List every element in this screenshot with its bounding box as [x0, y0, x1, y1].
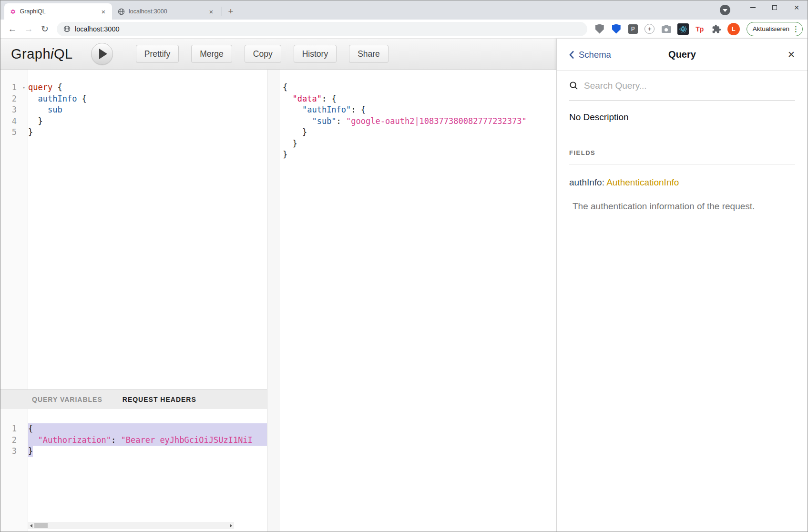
doc-search-input[interactable] — [584, 81, 795, 91]
copy-button[interactable]: Copy — [245, 45, 281, 63]
query-column: 1 ▾ query { 2 authInfo { 3 s — [0, 70, 267, 532]
bitwarden-extension-icon[interactable] — [611, 23, 622, 35]
scroll-right-icon[interactable] — [228, 522, 234, 529]
doc-back-link[interactable]: Schema — [569, 50, 611, 60]
doc-explorer-header: Schema Query ✕ — [557, 39, 808, 71]
field-type-link[interactable]: AuthenticationInfo — [606, 177, 679, 187]
tab-search-button[interactable] — [720, 5, 730, 15]
code-line: 3 } — [0, 446, 267, 457]
no-description-text: No Description — [569, 112, 795, 123]
merge-button[interactable]: Merge — [191, 45, 232, 63]
code-token: query — [28, 82, 52, 93]
code-indent — [28, 104, 48, 116]
execute-button[interactable] — [91, 43, 113, 65]
tp-extension-icon[interactable]: Tp — [694, 23, 706, 35]
address-bar[interactable]: localhost:3000 — [57, 22, 587, 36]
fields-heading: FIELDS — [569, 149, 795, 156]
code-token: { — [77, 93, 86, 105]
field-item: authInfo: AuthenticationInfo — [569, 177, 795, 188]
window-close-button[interactable]: ✕ — [786, 0, 808, 15]
move-tool-extension-icon[interactable]: + — [644, 23, 655, 35]
code-line: ▾ "data": { — [267, 93, 556, 105]
back-icon[interactable]: ← — [5, 22, 20, 36]
fold-icon[interactable]: ▾ — [20, 82, 28, 93]
code-indent — [280, 93, 292, 105]
code-token: "google-oauth2|108377380082777232373" — [346, 116, 527, 127]
minimize-button[interactable] — [742, 0, 764, 15]
camera-extension-icon[interactable] — [661, 23, 672, 35]
code-line: } — [267, 127, 556, 138]
search-icon — [569, 81, 578, 90]
scroll-left-icon[interactable] — [28, 522, 34, 529]
code-line: ▾ { — [267, 82, 556, 93]
code-token: : — [337, 116, 346, 127]
code-token: "Authorization" — [38, 435, 111, 446]
code-token: } — [280, 149, 287, 161]
profile-avatar[interactable]: L — [727, 23, 740, 35]
prettify-button[interactable]: Prettify — [136, 45, 179, 63]
update-button-label: Aktualisieren — [753, 25, 789, 32]
new-tab-button[interactable]: + — [224, 5, 237, 18]
line-number: 1 — [0, 423, 20, 435]
field-description: The authentication information of the re… — [569, 201, 795, 212]
line-number: 2 — [0, 93, 20, 105]
extensions-puzzle-icon[interactable] — [711, 23, 722, 35]
chevron-left-icon — [569, 51, 574, 59]
doc-close-icon[interactable]: ✕ — [788, 49, 795, 60]
code-indent — [28, 116, 38, 127]
doc-search — [569, 71, 795, 101]
text-selection — [33, 423, 267, 435]
code-token: } — [38, 116, 42, 127]
code-line: 1 { — [0, 423, 267, 435]
tab-strip: ✡ GraphiQL × localhost:3000 × + ✕ — [0, 0, 808, 20]
code-line: 2 "Authorization": "Bearer eyJhbGciOiJSU… — [0, 435, 267, 446]
ublock-extension-icon[interactable] — [594, 23, 605, 35]
tab-close-icon[interactable]: × — [100, 8, 107, 16]
graphiql-logo: GraphiQL — [11, 46, 73, 62]
history-button[interactable]: History — [294, 45, 337, 63]
field-name-link[interactable]: authInfo — [569, 177, 602, 187]
code-line: } — [267, 149, 556, 161]
code-token: : { — [351, 104, 366, 116]
tab-graphiql[interactable]: ✡ GraphiQL × — [4, 3, 112, 20]
code-token: } — [292, 138, 297, 150]
code-token: "sub" — [312, 116, 336, 127]
code-token: authInfo — [38, 93, 77, 105]
p-extension-icon[interactable]: P — [627, 23, 639, 35]
result-viewer: ▾ { ▾ "data": { "authInfo": { "sub": — [267, 70, 556, 532]
update-button[interactable]: Aktualisieren ⋮ — [747, 22, 803, 36]
tab-query-variables[interactable]: QUERY VARIABLES — [32, 396, 102, 403]
code-token: "authInfo" — [302, 104, 351, 116]
browser-window: ✡ GraphiQL × localhost:3000 × + ✕ ← → ↻ — [0, 0, 808, 532]
window-controls: ✕ — [742, 0, 808, 20]
tab-localhost[interactable]: localhost:3000 × — [112, 3, 220, 20]
tab-request-headers[interactable]: REQUEST HEADERS — [123, 396, 196, 403]
text-selection — [253, 435, 267, 446]
forward-icon[interactable]: → — [21, 22, 36, 36]
field-separator: : — [602, 177, 607, 187]
react-devtools-extension-icon[interactable] — [677, 23, 689, 35]
tab-close-icon[interactable]: × — [207, 8, 215, 16]
overflow-menu-icon[interactable]: ⋮ — [792, 25, 799, 33]
address-text: localhost:3000 — [75, 25, 120, 33]
share-button[interactable]: Share — [349, 45, 389, 63]
scrollbar-thumb[interactable] — [34, 523, 48, 528]
code-line: } — [267, 138, 556, 150]
query-editor[interactable]: 1 ▾ query { 2 authInfo { 3 s — [0, 70, 267, 389]
code-indent — [280, 116, 312, 127]
code-indent — [280, 104, 302, 116]
browser-toolbar: ← → ↻ localhost:3000 P + Tp L Aktualisie… — [0, 20, 808, 39]
graphiql-topbar: GraphiQL Prettify Merge Copy History Sha… — [0, 39, 556, 70]
play-icon — [99, 49, 107, 59]
globe-icon — [118, 8, 125, 15]
reload-icon[interactable]: ↻ — [38, 22, 52, 36]
code-token: { — [28, 423, 33, 435]
maximize-button[interactable] — [764, 0, 786, 15]
code-line: 1 ▾ query { — [0, 82, 267, 93]
code-line: 3 sub — [0, 104, 267, 116]
request-headers-editor[interactable]: 1 { 2 "Authorization": "Bearer eyJhbGciO… — [0, 409, 267, 532]
divider — [569, 164, 795, 164]
horizontal-scrollbar[interactable] — [28, 522, 234, 529]
tab-title: GraphiQL — [20, 8, 96, 15]
graphql-logo-icon: ✡ — [10, 8, 16, 15]
